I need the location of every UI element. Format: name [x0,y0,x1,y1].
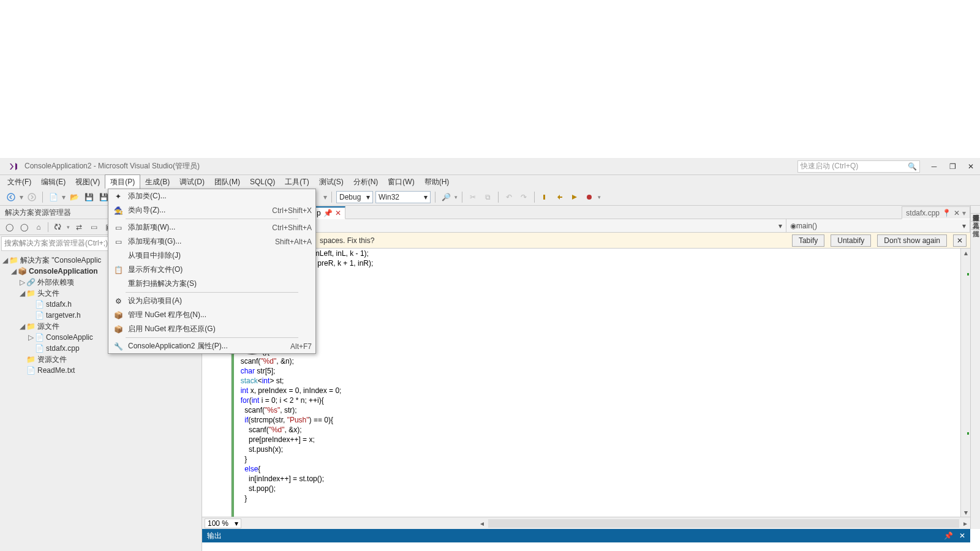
step-into-icon[interactable] [539,191,551,203]
right-tab-toolbox[interactable]: 工具箱 [971,214,980,222]
right-tab-props[interactable]: 属性 [971,222,980,230]
menu-工具(T)[interactable]: 工具(T) [280,175,314,189]
find-icon[interactable]: 🔎 [440,191,452,203]
wizard-icon: 🧙 [112,206,124,215]
right-tab-server[interactable]: 服务资源管理器 [971,206,980,214]
menu-item[interactable]: ⚙设为启动项目(A) [108,294,315,308]
se-back-icon[interactable]: ◯ [4,222,15,233]
menu-item[interactable]: 🔧ConsoleApplication2 属性(P)...Alt+F7 [108,339,315,353]
cppfile-icon: 📄 [34,343,44,353]
redo-icon[interactable]: ↷ [518,191,530,203]
editor-info-bar: spaces. Fix this? Tabify Untabify Don't … [202,233,970,249]
menu-item[interactable]: 从项目中排除(J) [108,249,315,263]
cut-icon[interactable]: ✂ [467,191,479,203]
menu-分析(N)[interactable]: 分析(N) [349,175,383,189]
window-title: ConsoleApplication2 - Microsoft Visual S… [24,161,200,171]
title-bar: ConsoleApplication2 - Microsoft Visual S… [0,158,980,175]
config-combo[interactable]: Debug▾ [336,191,373,203]
nav-fwd-icon[interactable] [26,191,38,203]
pin-icon[interactable]: 📌 [944,531,953,540]
close-icon[interactable]: ✕ [335,209,341,217]
output-panel-header[interactable]: 输出 📌 ✕ [202,529,970,542]
menu-文件(F)[interactable]: 文件(F) [2,175,36,189]
editor-tab-active[interactable]: p📌✕ [312,206,345,219]
se-refresh-icon[interactable]: 🗘 [52,222,63,233]
tree-resources[interactable]: 📁资源文件 [1,354,200,365]
se-fwd-icon[interactable]: ◯ [18,222,29,233]
step-over-icon[interactable] [554,191,566,203]
menu-item[interactable]: 🧙类向导(Z)...Ctrl+Shift+X [108,203,315,217]
quick-launch-input[interactable]: 快速启动 (Ctrl+Q) 🔍 [797,160,920,173]
close-icon[interactable]: ✕ [954,209,960,217]
menu-item[interactable]: ▭添加新项(W)...Ctrl+Shift+A [108,220,315,234]
dont-show-button[interactable]: Don't show again [877,234,947,247]
minimize-button[interactable]: ─ [925,160,943,173]
menu-separator [126,219,298,219]
pin-icon[interactable]: 📍 [942,209,951,217]
se-home-icon[interactable]: ⌂ [33,222,44,233]
project-menu-dropdown: ✦添加类(C)...🧙类向导(Z)...Ctrl+Shift+X▭添加新项(W)… [108,189,316,354]
menu-item[interactable]: 重新扫描解决方案(S) [108,277,315,291]
pin-icon[interactable]: 📌 [323,209,333,217]
menu-调试(D)[interactable]: 调试(D) [175,175,209,189]
new-project-icon[interactable]: 📄 [47,191,59,203]
nuget-restore-icon: 📦 [112,325,124,334]
gear-icon: ⚙ [112,297,124,305]
code-content[interactable]: reat(preL + 1, preL + numLeft, inL, k - … [236,249,970,517]
horizontal-scrollbar[interactable] [488,519,959,528]
untabify-button[interactable]: Untabify [831,234,871,247]
vs-logo-icon [7,160,20,173]
step-out-icon[interactable] [568,191,581,203]
menu-项目(P)[interactable]: 项目(P) [105,174,140,189]
tree-readme[interactable]: 📄ReadMe.txt [1,365,200,376]
new-item-icon: ▭ [112,223,124,232]
nav-back-icon[interactable] [5,191,17,203]
menu-item[interactable]: 📋显示所有文件(O) [108,263,315,277]
se-sync-icon[interactable]: ⇄ [74,222,85,233]
editor-area: p📌✕ stdafx.cpp📍✕▾ ▾ ◉ main()▾ spaces. Fi… [202,206,970,529]
folder-icon: 📁 [26,288,36,298]
folder-icon: 📁 [26,321,36,331]
menu-bar: 文件(F)编辑(E)视图(V)项目(P)生成(B)调试(D)团队(M)SQL(Q… [0,175,980,189]
close-icon[interactable]: ✕ [959,531,965,540]
menu-视图(V)[interactable]: 视图(V) [70,175,105,189]
search-icon: 🔍 [908,162,917,171]
refs-icon: 🔗 [26,277,36,287]
menu-团队(M)[interactable]: 团队(M) [209,175,245,189]
open-icon[interactable]: 📂 [68,191,80,203]
hscroll-right-icon[interactable]: ▸ [960,519,970,528]
menu-item[interactable]: ▭添加现有项(G)...Shift+Alt+A [108,234,315,249]
menu-帮助(H)[interactable]: 帮助(H) [420,175,454,189]
menu-SQL(Q)[interactable]: SQL(Q) [245,176,280,188]
menu-item[interactable]: 📦启用 NuGet 程序包还原(G) [108,322,315,336]
se-collapse-icon[interactable]: ▭ [88,222,99,233]
restore-button[interactable]: ❐ [943,160,962,173]
project-icon: 📦 [17,266,27,276]
menu-测试(S)[interactable]: 测试(S) [314,175,349,189]
zoom-combo[interactable]: 100 %▾ [205,519,241,528]
editor-tab-inactive[interactable]: stdafx.cpp📍✕▾ [902,206,970,219]
menu-窗口(W)[interactable]: 窗口(W) [383,175,419,189]
copy-icon[interactable]: ⧉ [481,191,494,203]
platform-combo[interactable]: Win32▾ [375,191,431,203]
right-tool-tabs: 服务资源管理器 工具箱 属性 [970,206,980,529]
menu-item[interactable]: 📦管理 NuGet 程序包(N)... [108,308,315,322]
svg-rect-2 [543,195,545,200]
member-combo[interactable]: ◉ main()▾ [786,219,970,232]
svg-point-3 [587,195,592,200]
menu-编辑(E)[interactable]: 编辑(E) [36,175,70,189]
vertical-scrollbar[interactable]: ▴ ▾ [960,249,970,517]
undo-icon[interactable]: ↶ [503,191,515,203]
editor-footer: 100 %▾ ◂ ▸ [202,517,970,529]
tabify-button[interactable]: Tabify [792,234,824,247]
menu-生成(B)[interactable]: 生成(B) [140,175,175,189]
save-icon[interactable]: 💾 [83,191,95,203]
close-button[interactable]: ✕ [962,160,980,173]
code-editor[interactable]: reat(preL + 1, preL + numLeft, inL, k - … [202,249,970,517]
breakpoint-icon[interactable] [583,191,595,203]
close-infobar-icon[interactable]: ✕ [953,234,967,247]
menu-item[interactable]: ✦添加类(C)... [108,189,315,203]
folder-icon: 📁 [26,354,36,364]
hscroll-left-icon[interactable]: ◂ [477,519,487,528]
svg-point-0 [7,193,15,201]
